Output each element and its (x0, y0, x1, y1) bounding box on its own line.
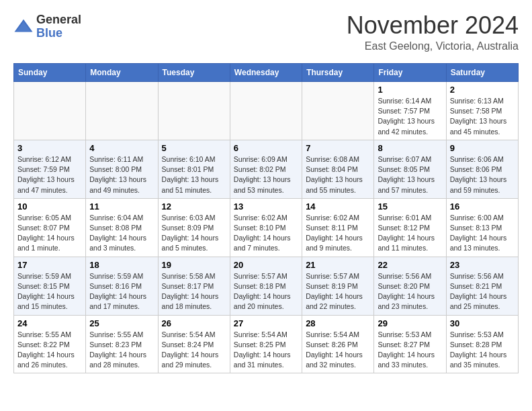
day-number: 11 (89, 201, 154, 212)
day-number: 19 (162, 260, 226, 270)
day-number: 20 (234, 260, 298, 270)
calendar-table: SundayMondayTuesdayWednesdayThursdayFrid… (13, 63, 519, 373)
day-number: 25 (89, 318, 154, 328)
day-number: 17 (17, 260, 82, 270)
day-info: Sunrise: 6:03 AM Sunset: 8:09 PM Dayligh… (162, 213, 226, 254)
day-number: 28 (306, 318, 370, 328)
day-cell (14, 82, 86, 140)
day-number: 18 (89, 260, 154, 270)
day-cell: 12Sunrise: 6:03 AM Sunset: 8:09 PM Dayli… (158, 198, 230, 257)
day-cell: 13Sunrise: 6:02 AM Sunset: 8:10 PM Dayli… (230, 198, 302, 257)
day-info: Sunrise: 6:12 AM Sunset: 7:59 PM Dayligh… (17, 154, 82, 195)
weekday-header-row: SundayMondayTuesdayWednesdayThursdayFrid… (14, 64, 519, 82)
day-info: Sunrise: 5:53 AM Sunset: 8:27 PM Dayligh… (378, 330, 442, 371)
day-info: Sunrise: 6:11 AM Sunset: 8:00 PM Dayligh… (89, 154, 154, 195)
day-info: Sunrise: 5:54 AM Sunset: 8:26 PM Dayligh… (306, 330, 370, 371)
day-number: 8 (378, 143, 442, 153)
day-number: 9 (450, 143, 515, 153)
day-cell (230, 82, 302, 140)
weekday-header-saturday: Saturday (446, 64, 518, 82)
day-info: Sunrise: 6:01 AM Sunset: 8:12 PM Dayligh… (378, 213, 442, 254)
day-number: 29 (378, 318, 442, 328)
day-cell: 10Sunrise: 6:05 AM Sunset: 8:07 PM Dayli… (14, 198, 86, 257)
weekday-header-friday: Friday (374, 64, 446, 82)
day-info: Sunrise: 6:14 AM Sunset: 7:57 PM Dayligh… (378, 96, 442, 137)
day-number: 23 (450, 260, 515, 270)
day-cell: 14Sunrise: 6:02 AM Sunset: 8:11 PM Dayli… (302, 198, 374, 257)
day-cell: 27Sunrise: 5:54 AM Sunset: 8:25 PM Dayli… (230, 315, 302, 373)
day-info: Sunrise: 5:55 AM Sunset: 8:22 PM Dayligh… (17, 330, 82, 371)
day-cell: 4Sunrise: 6:11 AM Sunset: 8:00 PM Daylig… (86, 140, 158, 198)
day-number: 27 (234, 318, 298, 328)
day-cell (302, 82, 374, 140)
day-number: 16 (450, 201, 515, 212)
day-number: 6 (234, 143, 298, 153)
day-info: Sunrise: 6:06 AM Sunset: 8:06 PM Dayligh… (450, 154, 515, 195)
day-number: 22 (378, 260, 442, 270)
day-number: 21 (306, 260, 370, 270)
day-cell: 19Sunrise: 5:58 AM Sunset: 8:17 PM Dayli… (158, 257, 230, 315)
day-cell: 23Sunrise: 5:56 AM Sunset: 8:21 PM Dayli… (446, 257, 518, 315)
day-number: 24 (17, 318, 82, 328)
day-info: Sunrise: 5:55 AM Sunset: 8:23 PM Dayligh… (89, 330, 154, 371)
day-number: 10 (17, 201, 82, 212)
title-block: November 2024 East Geelong, Victoria, Au… (347, 13, 519, 52)
weekday-header-thursday: Thursday (302, 64, 374, 82)
month-title: November 2024 (347, 13, 519, 38)
weekday-header-wednesday: Wednesday (230, 64, 302, 82)
week-row-4: 24Sunrise: 5:55 AM Sunset: 8:22 PM Dayli… (14, 315, 519, 373)
day-number: 14 (306, 201, 370, 212)
week-row-1: 3Sunrise: 6:12 AM Sunset: 7:59 PM Daylig… (14, 140, 519, 198)
weekday-header-monday: Monday (86, 64, 158, 82)
logo: General Blue (13, 13, 81, 40)
day-cell: 20Sunrise: 5:57 AM Sunset: 8:18 PM Dayli… (230, 257, 302, 315)
day-info: Sunrise: 6:09 AM Sunset: 8:02 PM Dayligh… (234, 154, 298, 195)
day-number: 12 (162, 201, 226, 212)
day-info: Sunrise: 6:04 AM Sunset: 8:08 PM Dayligh… (89, 213, 154, 254)
day-cell: 5Sunrise: 6:10 AM Sunset: 8:01 PM Daylig… (158, 140, 230, 198)
day-number: 5 (162, 143, 226, 153)
day-number: 3 (17, 143, 82, 153)
day-info: Sunrise: 5:57 AM Sunset: 8:19 PM Dayligh… (306, 271, 370, 312)
day-cell: 26Sunrise: 5:54 AM Sunset: 8:24 PM Dayli… (158, 315, 230, 373)
day-info: Sunrise: 5:54 AM Sunset: 8:24 PM Dayligh… (162, 330, 226, 371)
day-number: 2 (450, 85, 515, 95)
day-info: Sunrise: 5:53 AM Sunset: 8:28 PM Dayligh… (450, 330, 515, 371)
day-info: Sunrise: 5:58 AM Sunset: 8:17 PM Dayligh… (162, 271, 226, 312)
day-cell: 25Sunrise: 5:55 AM Sunset: 8:23 PM Dayli… (86, 315, 158, 373)
day-info: Sunrise: 5:56 AM Sunset: 8:21 PM Dayligh… (450, 271, 515, 312)
day-info: Sunrise: 6:07 AM Sunset: 8:05 PM Dayligh… (378, 154, 442, 195)
day-cell: 7Sunrise: 6:08 AM Sunset: 8:04 PM Daylig… (302, 140, 374, 198)
day-cell: 30Sunrise: 5:53 AM Sunset: 8:28 PM Dayli… (446, 315, 518, 373)
day-cell: 15Sunrise: 6:01 AM Sunset: 8:12 PM Dayli… (374, 198, 446, 257)
day-info: Sunrise: 5:57 AM Sunset: 8:18 PM Dayligh… (234, 271, 298, 312)
day-number: 7 (306, 143, 370, 153)
weekday-header-tuesday: Tuesday (158, 64, 230, 82)
day-cell: 2Sunrise: 6:13 AM Sunset: 7:58 PM Daylig… (446, 82, 518, 140)
day-cell: 6Sunrise: 6:09 AM Sunset: 8:02 PM Daylig… (230, 140, 302, 198)
day-cell (86, 82, 158, 140)
day-cell: 18Sunrise: 5:59 AM Sunset: 8:16 PM Dayli… (86, 257, 158, 315)
day-number: 26 (162, 318, 226, 328)
day-cell: 22Sunrise: 5:56 AM Sunset: 8:20 PM Dayli… (374, 257, 446, 315)
day-info: Sunrise: 5:59 AM Sunset: 8:15 PM Dayligh… (17, 271, 82, 312)
day-cell: 3Sunrise: 6:12 AM Sunset: 7:59 PM Daylig… (14, 140, 86, 198)
location-subtitle: East Geelong, Victoria, Australia (347, 40, 519, 52)
day-cell: 9Sunrise: 6:06 AM Sunset: 8:06 PM Daylig… (446, 140, 518, 198)
week-row-3: 17Sunrise: 5:59 AM Sunset: 8:15 PM Dayli… (14, 257, 519, 315)
day-number: 4 (89, 143, 154, 153)
day-cell: 21Sunrise: 5:57 AM Sunset: 8:19 PM Dayli… (302, 257, 374, 315)
weekday-header-sunday: Sunday (14, 64, 86, 82)
day-info: Sunrise: 6:13 AM Sunset: 7:58 PM Dayligh… (450, 96, 515, 137)
day-info: Sunrise: 6:10 AM Sunset: 8:01 PM Dayligh… (162, 154, 226, 195)
day-cell: 29Sunrise: 5:53 AM Sunset: 8:27 PM Dayli… (374, 315, 446, 373)
day-cell: 28Sunrise: 5:54 AM Sunset: 8:26 PM Dayli… (302, 315, 374, 373)
day-info: Sunrise: 6:05 AM Sunset: 8:07 PM Dayligh… (17, 213, 82, 254)
logo-text: General Blue (36, 13, 81, 40)
day-cell: 16Sunrise: 6:00 AM Sunset: 8:13 PM Dayli… (446, 198, 518, 257)
day-info: Sunrise: 5:56 AM Sunset: 8:20 PM Dayligh… (378, 271, 442, 312)
day-number: 1 (378, 85, 442, 95)
day-number: 13 (234, 201, 298, 212)
day-number: 30 (450, 318, 515, 328)
day-cell (158, 82, 230, 140)
